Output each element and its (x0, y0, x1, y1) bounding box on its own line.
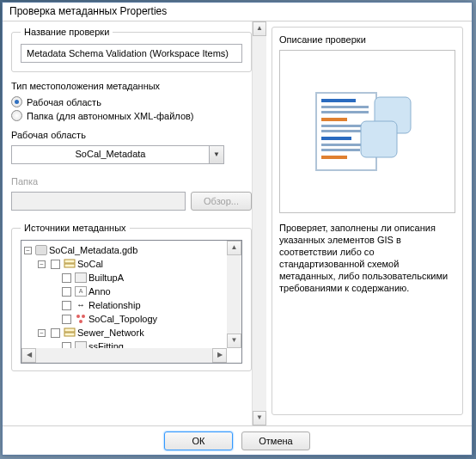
checkbox[interactable] (62, 273, 71, 283)
scroll-right-icon[interactable]: ▶ (212, 348, 227, 363)
scroll-left-icon[interactable]: ◀ (21, 348, 36, 363)
tree-ds-socal[interactable]: − SoCal (24, 257, 239, 271)
annotation-icon: A (75, 286, 87, 297)
checkbox[interactable] (62, 315, 71, 324)
svg-point-4 (79, 320, 82, 323)
svg-rect-10 (321, 111, 369, 113)
tree-item-label: Relationship (88, 298, 141, 312)
preview-image (279, 50, 455, 213)
tree-item-label: SoCal_Topology (88, 312, 157, 326)
workspace-combo[interactable]: SoCal_Metadata ▼ (11, 145, 224, 164)
checkbox[interactable] (62, 287, 71, 297)
svg-rect-1 (64, 264, 75, 267)
radio-workspace[interactable] (11, 96, 22, 107)
tree-item[interactable]: BuiltupA (24, 271, 239, 285)
dataset-icon (64, 259, 76, 269)
tree-item[interactable]: ↔ Relationship (24, 298, 239, 312)
svg-rect-19 (361, 121, 397, 157)
svg-rect-6 (64, 333, 75, 336)
tree-item[interactable]: SoCal_Topology (24, 312, 239, 326)
tree-box: − SoCal_Metadata.gdb − SoCal (21, 240, 242, 364)
check-name-legend: Название проверки (21, 27, 113, 37)
checkbox[interactable] (51, 328, 60, 338)
svg-rect-0 (64, 260, 75, 263)
ok-button[interactable]: ОК (164, 431, 233, 450)
window-title: Проверка метаданных Properties (9, 5, 167, 17)
scroll-up-icon[interactable]: ▲ (253, 21, 266, 36)
topology-icon (75, 314, 87, 324)
tree-item[interactable]: A Anno (24, 285, 239, 298)
dialog-footer: ОК Отмена (3, 425, 472, 455)
checkbox[interactable] (62, 301, 71, 310)
svg-rect-17 (321, 156, 347, 159)
collapse-icon[interactable]: − (24, 247, 32, 254)
folder-label: Папка (11, 176, 252, 187)
scroll-down-icon[interactable]: ▼ (253, 411, 266, 425)
left-panel: Название проверки Тип местоположения мет… (3, 21, 252, 425)
svg-rect-14 (321, 137, 351, 140)
radio-workspace-row[interactable]: Рабочая область (11, 96, 252, 107)
metadata-tree[interactable]: − SoCal_Metadata.gdb − SoCal (21, 241, 241, 364)
collapse-icon[interactable]: − (38, 260, 46, 268)
svg-rect-8 (321, 99, 356, 102)
content-area: Название проверки Тип местоположения мет… (3, 21, 472, 425)
tree-item-label: BuiltupA (88, 271, 124, 285)
checkbox[interactable] (51, 260, 60, 269)
description-text: Проверяет, заполнены ли описания указанн… (279, 222, 455, 294)
svg-rect-5 (64, 328, 75, 332)
description-legend: Описание проверки (279, 34, 455, 45)
tree-scrollbar-vertical[interactable]: ▲ ▼ (227, 241, 241, 348)
radio-folder-label: Папка (для автономных XML-файлов) (27, 111, 194, 121)
folder-input (11, 192, 186, 211)
tree-item-label: Sewer_Network (77, 326, 144, 340)
browse-button: Обзор... (191, 192, 252, 211)
radio-workspace-label: Рабочая область (27, 97, 101, 107)
svg-rect-9 (321, 106, 369, 108)
featureclass-icon (75, 272, 87, 283)
sources-group: Источники метаданных − SoCal_Metadata.gd… (11, 223, 252, 371)
dialog-window: Проверка метаданных Properties Название … (2, 2, 473, 456)
scroll-up-icon[interactable]: ▲ (227, 241, 241, 255)
workspace-combo-text: SoCal_Metadata (12, 146, 209, 163)
svg-rect-16 (321, 149, 360, 151)
cancel-button[interactable]: Отмена (241, 431, 310, 450)
svg-rect-11 (321, 118, 347, 121)
tree-item-label: SoCal (77, 257, 103, 271)
title-bar: Проверка метаданных Properties (3, 3, 472, 21)
geodatabase-icon (35, 245, 47, 255)
check-name-group: Название проверки (11, 27, 252, 72)
radio-folder-row[interactable]: Папка (для автономных XML-файлов) (11, 110, 252, 121)
description-group: Описание проверки (272, 27, 463, 415)
tree-ds-sewer[interactable]: − Sewer_Network (24, 326, 239, 340)
location-type-label: Тип местоположения метаданных (11, 81, 252, 91)
left-panel-scrollbar[interactable]: ▲ ▼ (252, 21, 266, 425)
workspace-label: Рабочая область (11, 130, 252, 140)
scroll-down-icon[interactable]: ▼ (227, 334, 241, 348)
svg-point-3 (82, 315, 85, 318)
tree-root[interactable]: − SoCal_Metadata.gdb (24, 243, 239, 257)
dataset-icon (64, 327, 76, 338)
dropdown-icon[interactable]: ▼ (209, 146, 223, 163)
tree-item-label: Anno (88, 285, 111, 298)
radio-folder[interactable] (11, 110, 22, 121)
right-panel: Описание проверки (266, 21, 472, 425)
collapse-icon[interactable]: − (38, 329, 46, 337)
relationship-icon: ↔ (75, 300, 87, 310)
check-name-input[interactable] (21, 44, 242, 63)
tree-scrollbar-horizontal[interactable]: ◀ ▶ (21, 348, 227, 363)
svg-point-2 (76, 315, 80, 318)
tree-root-label: SoCal_Metadata.gdb (49, 243, 137, 257)
sources-legend: Источники метаданных (21, 223, 130, 233)
